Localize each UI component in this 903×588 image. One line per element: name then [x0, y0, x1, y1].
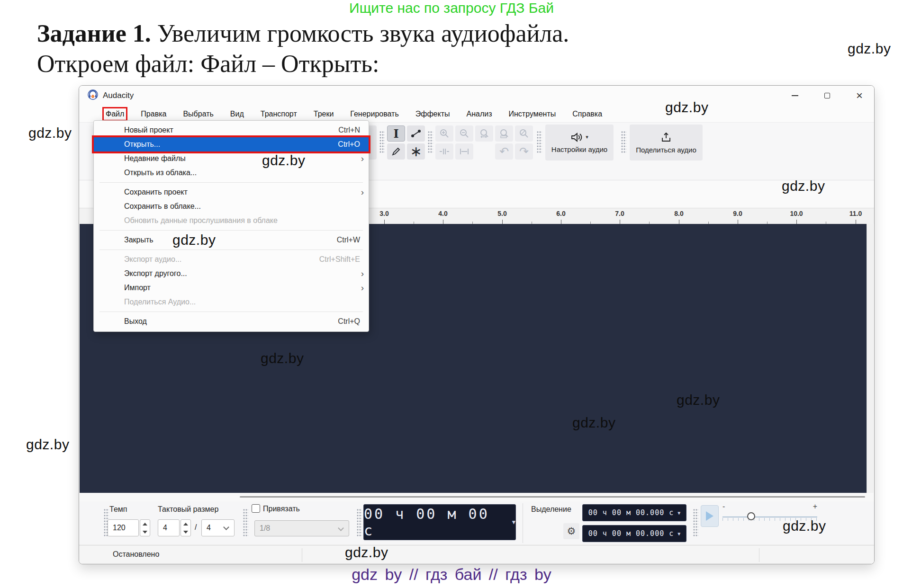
zoom-out-button[interactable]: [455, 125, 473, 142]
time-signature-lower-select[interactable]: 4: [201, 519, 235, 536]
menu-select[interactable]: Выбрать: [181, 108, 215, 120]
redo-button[interactable]: ↷: [515, 143, 533, 160]
menu-help[interactable]: Справка: [570, 108, 604, 120]
tempo-input[interactable]: 120: [108, 519, 139, 536]
ruler-label: 4.0: [438, 210, 447, 217]
snap-checkbox[interactable]: [252, 504, 260, 513]
toolbar-grip[interactable]: [243, 509, 248, 537]
time-toolbar: Темп 120 Тактовый размер 4 / 4 Привязать…: [79, 501, 874, 545]
pencil-icon: [391, 147, 401, 156]
share-upload-icon: [660, 132, 672, 143]
toolbar-grip[interactable]: [621, 131, 626, 154]
step-up-icon: [143, 523, 147, 526]
status-bar: Остановлено: [79, 545, 874, 564]
ruler-label: 8.0: [674, 210, 683, 217]
menu-item-exit[interactable]: ВыходCtrl+Q: [94, 314, 369, 329]
ruler-label: 9.0: [733, 210, 742, 217]
time-signature-stepper[interactable]: [181, 519, 191, 536]
menu-file[interactable]: Файл: [104, 108, 126, 120]
toolbar-grip[interactable]: [357, 509, 362, 537]
tempo-stepper[interactable]: [140, 519, 150, 536]
tempo-label: Темп: [109, 505, 127, 514]
menu-item-share-audio: Поделиться Аудио...: [94, 295, 369, 309]
play-at-speed-button[interactable]: [701, 505, 719, 527]
task-instruction: Откроем файл: Файл – Открыть:: [37, 49, 569, 79]
time-display[interactable]: 00 ч 00 м 00 с ▼: [363, 504, 516, 540]
close-button[interactable]: ×: [851, 89, 867, 103]
silence-audio-button[interactable]: [455, 143, 473, 160]
watermark-gdzby: gdz.by: [782, 178, 825, 194]
scrollbar-thumb[interactable]: [240, 496, 865, 498]
minimize-button[interactable]: [787, 89, 803, 103]
slider-minus-label: -: [722, 502, 725, 511]
snap-select[interactable]: 1/8: [254, 520, 349, 536]
ibeam-icon: I: [393, 127, 398, 141]
menu-item-update-cloud-preview: Обновить данные прослушивания в облаке: [94, 214, 369, 228]
horizontal-scrollbar[interactable]: [80, 493, 875, 501]
menu-transport[interactable]: Транспорт: [259, 108, 299, 120]
fit-selection-button[interactable]: [475, 125, 493, 142]
menu-item-save-to-cloud[interactable]: Сохранить в облаке...: [94, 199, 369, 214]
menu-item-recent-files[interactable]: Недавние файлы›: [94, 151, 369, 166]
time-signature-slash: /: [195, 523, 197, 532]
menu-item-open[interactable]: Открыть...Ctrl+O: [94, 137, 369, 151]
selection-tool-button[interactable]: I: [387, 125, 405, 142]
menu-tools[interactable]: Инструменты: [507, 108, 558, 120]
selection-end-field[interactable]: 00 ч 00 м 00.000 с ▼: [582, 525, 686, 542]
menu-item-close[interactable]: ЗакрытьCtrl+W: [94, 233, 369, 247]
snap-label: Привязать: [263, 505, 300, 513]
ruler-tick: [443, 220, 443, 224]
fit-project-button[interactable]: [495, 125, 513, 142]
play-icon: [706, 511, 713, 521]
share-audio-button[interactable]: Поделиться аудио: [630, 125, 703, 160]
ruler-label: 11.0: [849, 210, 862, 217]
menu-analyze[interactable]: Анализ: [464, 108, 494, 120]
menu-tracks[interactable]: Треки: [312, 108, 336, 120]
selection-settings-button[interactable]: ⚙: [563, 523, 579, 539]
time-signature-upper-input[interactable]: 4: [158, 519, 180, 536]
menu-item-open-from-cloud[interactable]: Открыть из облака...: [94, 166, 369, 180]
fit-selection-icon: [479, 128, 489, 139]
vertical-scrollbar[interactable]: [867, 224, 874, 493]
title-bar[interactable]: Audacity ×: [79, 86, 874, 106]
toolbar-grip[interactable]: [428, 131, 433, 154]
selection-start-field[interactable]: 00 ч 00 м 00.000 с ▼: [582, 504, 686, 521]
menu-item-export-other[interactable]: Экспорт другого...›: [94, 267, 369, 281]
audio-setup-button[interactable]: ▾ Настройки аудио: [545, 125, 614, 160]
step-down-icon: [143, 531, 147, 534]
menu-item-import[interactable]: Импорт›: [94, 281, 369, 295]
zoom-toggle-button[interactable]: [515, 125, 533, 142]
task-text: Увеличим громкость звука аудиофайла.: [151, 20, 569, 47]
maximize-button[interactable]: [819, 89, 835, 103]
chevron-down-icon: ▾: [586, 134, 588, 140]
envelope-icon: [410, 129, 422, 138]
menu-separator: [99, 230, 363, 231]
task-heading: Задание 1. Увеличим громкость звука ауди…: [37, 19, 569, 79]
task-number: Задание 1.: [37, 20, 151, 47]
envelope-tool-button[interactable]: [407, 125, 425, 142]
menu-edit[interactable]: Правка: [139, 108, 168, 120]
toolbar-grip[interactable]: [537, 131, 542, 154]
menu-item-save-project[interactable]: Сохранить проект›: [94, 185, 369, 199]
toolbar-grip[interactable]: [379, 131, 385, 154]
submenu-arrow-icon: ›: [361, 283, 364, 293]
ruler-label: 6.0: [556, 210, 565, 217]
menu-separator: [99, 312, 363, 312]
window-title: Audacity: [103, 91, 134, 100]
draw-tool-button[interactable]: [387, 143, 405, 160]
menu-view[interactable]: Вид: [228, 108, 246, 120]
toolbar-grip[interactable]: [693, 509, 698, 537]
slider-knob[interactable]: [747, 512, 755, 520]
zoom-in-button[interactable]: [435, 125, 453, 142]
undo-button[interactable]: ↶: [495, 143, 513, 160]
submenu-arrow-icon: ›: [361, 187, 364, 197]
trim-audio-button[interactable]: [435, 143, 453, 160]
menu-item-new-project[interactable]: Новый проектCtrl+N: [94, 123, 369, 137]
audacity-logo-icon: [88, 89, 98, 102]
trim-audio-icon: [439, 147, 450, 156]
menu-effects[interactable]: Эффекты: [414, 108, 452, 120]
menu-generate[interactable]: Генерировать: [348, 108, 400, 120]
slider-track[interactable]: [722, 517, 817, 517]
watermark-gdzby: gdz.by: [345, 544, 388, 561]
multi-tool-button[interactable]: ∗: [407, 143, 425, 160]
